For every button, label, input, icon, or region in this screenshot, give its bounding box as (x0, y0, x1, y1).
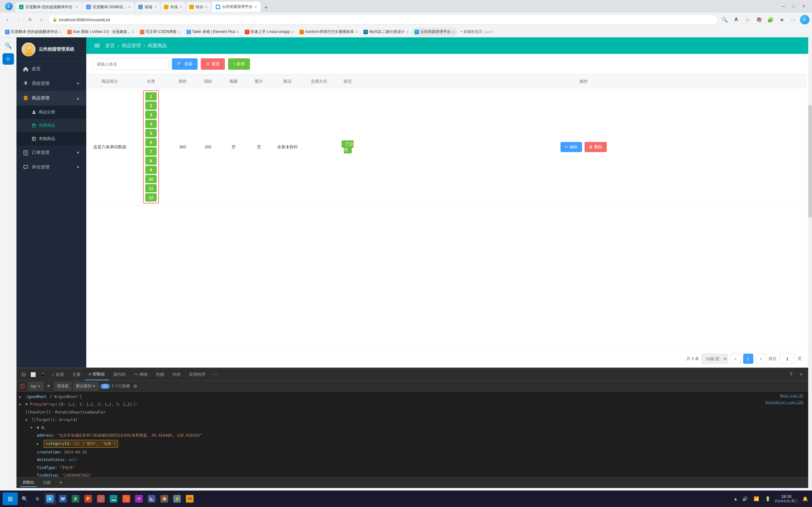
dt-icon-device[interactable]: 📱 (38, 370, 47, 379)
taskbar-start[interactable]: ⊞ (3, 493, 18, 505)
dt-footer-tab-issues[interactable]: 问题 (41, 479, 53, 487)
reset-button[interactable]: ✕ 重置 (201, 58, 225, 70)
dt-tab-elements[interactable]: 元素 (68, 369, 84, 380)
page-1[interactable]: 1 (743, 354, 753, 364)
dt-tab-perf[interactable]: 性能 (152, 369, 168, 380)
dt-tab-source[interactable]: 源代码 (109, 369, 130, 380)
tab-baidu-close[interactable]: × (128, 4, 131, 9)
taskbar-search[interactable]: 🔍 (19, 493, 31, 504)
tray-expand[interactable]: ▲ (733, 496, 738, 501)
sidebar-item-product-category[interactable]: 商品分类 (16, 106, 86, 119)
sidebar-item-home[interactable]: 首页 (16, 62, 86, 76)
tab-plugin[interactable]: 外挂 × (161, 2, 186, 12)
taskbar-app13[interactable]: 🎮 (184, 493, 195, 504)
window-maximize[interactable]: □ (791, 3, 797, 9)
bookmark-mysql[interactable]: M MySQL二级分类设计 × (361, 28, 411, 36)
add-button[interactable]: + 新增 (228, 58, 250, 70)
bookmark-nutui[interactable]: N 快速上手 | nutui-uniapp × (242, 28, 296, 36)
console-clear-btn[interactable]: 🚫 (19, 383, 26, 390)
dt-add-tab[interactable]: + (57, 479, 65, 487)
bookmark-baidu-translate[interactable]: 百 百度翻译-您的超级翻译伴侣 × (3, 28, 64, 36)
translate-icon[interactable]: A (731, 15, 741, 24)
new-tab-bookmark[interactable]: + 新建标签页 Ctrl+T (458, 28, 496, 36)
dt-tab-memory[interactable]: 内存 (169, 369, 185, 380)
bookmark-icon[interactable]: ☆ (743, 15, 752, 24)
taskbar-ppt[interactable]: P (83, 493, 94, 504)
sidebar-item-purchase[interactable]: 求购商品 (16, 132, 86, 146)
dt-icon-inspect[interactable]: ⬜ (29, 370, 38, 379)
console-top-select[interactable]: top ▼ (28, 382, 44, 390)
address-bar[interactable]: 🔒 localhost:8080/#/unusedList (48, 14, 718, 25)
unusedlist-source-link[interactable]: UnusedList.vue:228 (765, 400, 803, 406)
bookmark-icon-uview[interactable]: U Icon 图标 | uView 2.0 - 全面兼套... × (65, 28, 137, 36)
tab-chatgpt-close[interactable]: × (75, 4, 78, 9)
breadcrumb-home[interactable]: 首页 (105, 43, 115, 49)
dt-more-btn[interactable]: ⋯ (210, 369, 220, 380)
header-menu-toggle[interactable] (93, 41, 101, 50)
edit-button[interactable]: ✏ 编辑 (560, 142, 582, 152)
collections-icon[interactable]: 📚 (754, 15, 764, 24)
bookmark-app[interactable]: ▽ 云尚笑园管理平台 × (412, 28, 457, 36)
dt-close-btn[interactable]: × (797, 370, 806, 379)
breadcrumb-products[interactable]: 商品管理 (122, 43, 141, 49)
taskbar-app8[interactable]: 🔧 (120, 493, 132, 504)
more-icon[interactable]: ⋯ (789, 15, 798, 24)
tab-frontend[interactable]: 前端 × (135, 2, 160, 12)
page-next[interactable]: › (756, 354, 766, 364)
taskbar-excel[interactable]: X (70, 493, 81, 504)
extensions-icon[interactable]: 🧩 (766, 15, 775, 24)
taskbar-app10[interactable]: 📐 (146, 493, 157, 504)
edge-profile[interactable]: E (800, 15, 809, 24)
tray-network[interactable]: 🔊 (740, 494, 749, 503)
goto-input[interactable] (779, 354, 795, 364)
console-settings-btn[interactable]: ⚙ (132, 383, 139, 390)
menu-source-link[interactable]: Menu.vue:38 (780, 393, 803, 399)
sidebar-item-products[interactable]: 商品管理 ▲ (16, 91, 86, 106)
dt-tab-network[interactable]: 〜 网络 (130, 369, 152, 380)
tray-wifi[interactable]: 📶 (752, 494, 761, 503)
nav-refresh[interactable]: ↻ (26, 15, 35, 24)
taskbar-app12[interactable]: ⚡ (171, 493, 183, 504)
tray-battery[interactable]: 🔋 (763, 494, 772, 503)
taskbar-edge[interactable]: e (44, 493, 56, 504)
tab-todo[interactable]: 待办 × (186, 2, 211, 12)
tab-chatgpt[interactable]: C 百度翻译-您的超级翻译伴侣 × (15, 2, 82, 12)
dt-icon-toggle[interactable]: ⊟ (19, 370, 28, 379)
favorites-icon[interactable]: ★ (777, 15, 786, 24)
dt-tab-console[interactable]: > 控制台 (85, 369, 109, 380)
per-page-select[interactable]: 10条/页 20条/页 50条/页 (702, 354, 728, 364)
panel-icon-outlook[interactable]: O (3, 53, 14, 65)
sidebar-item-system[interactable]: 系统管理 ▼ (16, 76, 86, 91)
window-minimize[interactable]: ─ (780, 3, 786, 9)
dt-tab-welcome[interactable]: ⌂ 欢迎 (48, 369, 68, 380)
search-bar-icon[interactable]: 🔍 (720, 15, 729, 24)
tab-baidu-translate[interactable]: 百 百度翻译-200种语... × (83, 2, 135, 12)
tray-notification[interactable]: 🔔 (801, 494, 809, 503)
tab-new-button[interactable]: + (262, 3, 270, 12)
console-eye-btn[interactable]: 👁 (45, 383, 52, 390)
search-button[interactable]: 🔍 搜索 (172, 58, 198, 70)
taskbar-app11[interactable]: 🏠 (159, 493, 170, 504)
dt-footer-tab-console[interactable]: 控制台 (20, 478, 37, 487)
bookmark-csdn[interactable]: C 写文章-CSDN博客 × (137, 28, 183, 36)
tab-app-active[interactable]: 云尚笑园管理平台 × (212, 1, 261, 12)
bookmark-element-plus[interactable]: E Table 表格 | Element Plus × (184, 28, 242, 36)
sidebar-item-comments[interactable]: 评论管理 ▼ (16, 160, 86, 175)
taskbar-app6[interactable]: 🌐 (95, 493, 107, 504)
console-filter-btn[interactable]: 筛选器 (54, 382, 71, 390)
nav-forward[interactable]: › (14, 15, 23, 24)
taskbar-app7[interactable]: 💻 (108, 493, 119, 504)
scrollbar-thumb[interactable] (808, 105, 812, 218)
sidebar-item-orders[interactable]: 订单管理 ▼ (16, 146, 86, 160)
nav-home[interactable]: ⌂ (37, 15, 46, 24)
page-prev[interactable]: ‹ (730, 354, 741, 364)
taskbar-clock[interactable]: 18:16 2024/4/16 周二 (774, 494, 798, 504)
nav-back[interactable]: ‹ (3, 15, 12, 24)
panel-icon-search[interactable]: 🔍 (3, 40, 14, 51)
dt-help-btn[interactable]: ? (786, 370, 796, 379)
bookmark-iconfont[interactable]: i iconfont-阿里巴巴矢量图标库 × (297, 28, 360, 36)
delete-button[interactable]: 🗑 删除 (585, 142, 607, 152)
console-level-select[interactable]: 默认级别 ▼ (73, 382, 99, 390)
taskbar-word[interactable]: W (57, 493, 68, 504)
search-input[interactable] (93, 58, 169, 70)
